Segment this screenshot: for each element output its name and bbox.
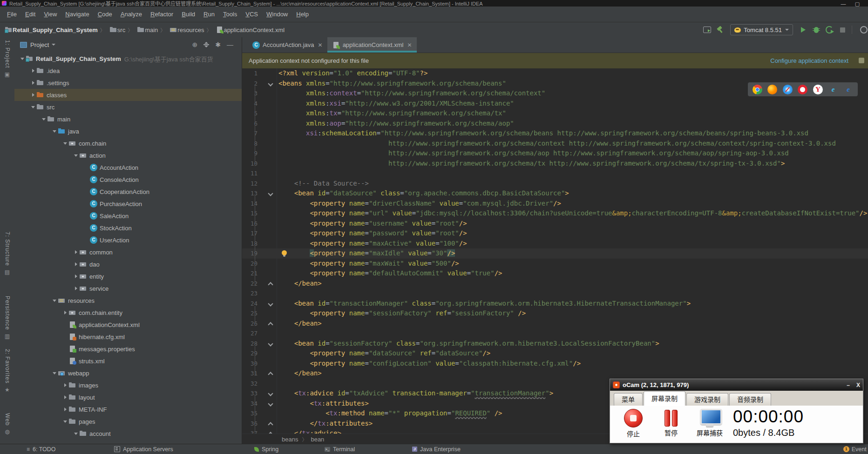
- sidebar-stripe-persistence[interactable]: Persistence▥: [0, 296, 14, 340]
- menu-item-build[interactable]: Build: [177, 7, 199, 22]
- panel-settings-button[interactable]: ✱: [215, 41, 221, 48]
- tree-row-saleaction[interactable]: CSaleAction: [14, 210, 242, 222]
- ocam-tab-音频录制[interactable]: 音频录制: [729, 393, 771, 406]
- ocam-minimize-button[interactable]: –: [847, 382, 850, 388]
- intention-bulb-icon[interactable]: [282, 250, 287, 255]
- fold-end-icon[interactable]: [268, 282, 273, 287]
- tree-row-messages-properties[interactable]: messages.properties: [14, 343, 242, 355]
- tree-row-action[interactable]: action: [14, 149, 242, 161]
- menu-item-code[interactable]: Code: [94, 7, 116, 22]
- menu-item-navigate[interactable]: Navigate: [61, 7, 93, 22]
- tree-collapse-arrow-icon[interactable]: [73, 274, 79, 278]
- statusbar-item-spring[interactable]: Spring: [254, 444, 278, 454]
- open-in-browser-button[interactable]: [701, 25, 712, 35]
- ocam-tab-菜单[interactable]: 菜单: [614, 393, 643, 406]
- firefox-browser-icon[interactable]: [767, 85, 777, 94]
- tab-accountaction-java[interactable]: CAccountAction.java✕: [248, 37, 327, 53]
- search-everywhere-button[interactable]: [856, 25, 867, 35]
- breadcrumb-item[interactable]: applicationContext.xml: [216, 26, 285, 33]
- fold-collapse-icon[interactable]: [268, 341, 273, 346]
- statusbar-item-6--todo[interactable]: ≡6: TODO: [27, 444, 56, 454]
- breadcrumb-item[interactable]: src〉: [109, 26, 135, 33]
- ie-browser-icon[interactable]: e: [828, 85, 838, 94]
- tree-row-stockaction[interactable]: CStockAction: [14, 222, 242, 234]
- tree-row-account[interactable]: account: [14, 427, 242, 440]
- event-log-item[interactable]: 1 Event Lo: [843, 444, 868, 454]
- fold-collapse-icon[interactable]: [268, 301, 273, 306]
- fold-end-icon[interactable]: [268, 372, 273, 377]
- tree-collapse-arrow-icon[interactable]: [73, 250, 79, 254]
- build-button[interactable]: [714, 25, 726, 35]
- tree-row-accountaction[interactable]: CAccountAction: [14, 161, 242, 174]
- run-button[interactable]: [798, 25, 809, 35]
- tree-row-webapp[interactable]: webapp: [14, 367, 242, 379]
- edge-browser-icon[interactable]: e: [843, 85, 853, 94]
- tree-expand-arrow-icon[interactable]: [19, 58, 26, 60]
- sidebar-stripe-structure[interactable]: 7: Structure▤: [0, 232, 14, 275]
- hide-panel-button[interactable]: —: [227, 41, 233, 48]
- tree-row--settings[interactable]: .settings: [14, 77, 242, 89]
- tree-row-struts-xml[interactable]: struts.xml: [14, 355, 242, 367]
- tree-row-src[interactable]: src: [14, 101, 242, 113]
- menu-item-vcs[interactable]: VCS: [241, 7, 262, 22]
- tree-row-meta-inf[interactable]: META-INF: [14, 403, 242, 415]
- menu-item-run[interactable]: Run: [199, 7, 219, 22]
- tree-row-classes[interactable]: classes: [14, 89, 242, 101]
- tree-row-resources[interactable]: resources: [14, 294, 242, 307]
- tree-collapse-arrow-icon[interactable]: [62, 407, 68, 411]
- statusbar-item-java-enterprise[interactable]: JJava Enterprise: [412, 444, 461, 454]
- tree-collapse-arrow-icon[interactable]: [62, 395, 68, 399]
- sidebar-stripe-favorites[interactable]: 2: Favorites★: [0, 349, 14, 393]
- tree-row-dao[interactable]: dao: [14, 258, 242, 270]
- tree-row-main[interactable]: main: [14, 113, 242, 125]
- tree-row-useraction[interactable]: CUserAction: [14, 234, 242, 246]
- tree-row-consoleaction[interactable]: CConsoleAction: [14, 174, 242, 186]
- tree-expand-arrow-icon[interactable]: [73, 433, 79, 435]
- sidebar-stripe-project[interactable]: 1: Project▣: [0, 40, 14, 78]
- breadcrumb-item[interactable]: Retail_Supply_Chain_System〉: [5, 26, 108, 33]
- safari-browser-icon[interactable]: [783, 85, 793, 94]
- ocam-capture-button[interactable]: 屏幕捕获: [697, 409, 723, 437]
- debug-button[interactable]: [811, 25, 822, 35]
- tree-row-purchaseaction[interactable]: CPurchaseAction: [14, 198, 242, 210]
- chevron-down-icon[interactable]: [52, 44, 55, 46]
- menu-item-help[interactable]: Help: [292, 7, 313, 22]
- project-panel-title[interactable]: Project: [30, 41, 49, 48]
- tree-collapse-arrow-icon[interactable]: [30, 81, 36, 85]
- tree-row-images[interactable]: images: [14, 379, 242, 391]
- fold-end-icon[interactable]: [268, 422, 273, 427]
- tree-collapse-arrow-icon[interactable]: [73, 287, 79, 290]
- statusbar-item-terminal[interactable]: >_Terminal: [325, 444, 355, 454]
- tree-row-java[interactable]: java: [14, 125, 242, 137]
- menu-item-edit[interactable]: Edit: [21, 7, 40, 22]
- tree-row-pages[interactable]: pages: [14, 415, 242, 427]
- fold-end-icon[interactable]: [268, 322, 273, 327]
- tree-row--idea[interactable]: .idea: [14, 65, 242, 77]
- sidebar-stripe-web[interactable]: Web◍: [0, 413, 14, 435]
- coverage-button[interactable]: [824, 25, 835, 35]
- menu-item-refactor[interactable]: Refactor: [146, 7, 177, 22]
- tree-row-entity[interactable]: entity: [14, 270, 242, 282]
- minimize-button[interactable]: —: [836, 0, 850, 7]
- menu-item-view[interactable]: View: [40, 7, 61, 22]
- statusbar-item-application-servers[interactable]: Application Servers: [114, 444, 173, 454]
- menu-item-analyze[interactable]: Analyze: [116, 7, 146, 22]
- tree-expand-arrow-icon[interactable]: [51, 300, 58, 302]
- close-icon[interactable]: ✕: [407, 42, 412, 48]
- tree-row-service[interactable]: service: [14, 282, 242, 294]
- tree-collapse-arrow-icon[interactable]: [30, 69, 36, 73]
- ocam-pause-button[interactable]: 暂停: [662, 409, 680, 437]
- tab-applicationcontext-xml[interactable]: applicationContext.xml✕: [327, 37, 417, 53]
- editor-breadcrumb-bean[interactable]: bean: [311, 436, 324, 443]
- tree-row-hibernate-cfg-xml[interactable]: hibernate.cfg.xml: [14, 331, 242, 343]
- menu-item-file[interactable]: File: [3, 7, 21, 22]
- breadcrumb-item[interactable]: resources〉: [170, 26, 214, 33]
- fold-collapse-icon[interactable]: [268, 191, 273, 196]
- tree-collapse-arrow-icon[interactable]: [30, 93, 36, 97]
- tree-expand-arrow-icon[interactable]: [51, 130, 58, 133]
- tree-expand-arrow-icon[interactable]: [30, 106, 36, 108]
- tree-row-com-chain-entity[interactable]: com.chain.entity: [14, 307, 242, 319]
- menu-item-window[interactable]: Window: [262, 7, 292, 22]
- tree-row-applicationcontext-xml[interactable]: applicationContext.xml: [14, 319, 242, 331]
- banner-settings-icon[interactable]: [859, 58, 864, 63]
